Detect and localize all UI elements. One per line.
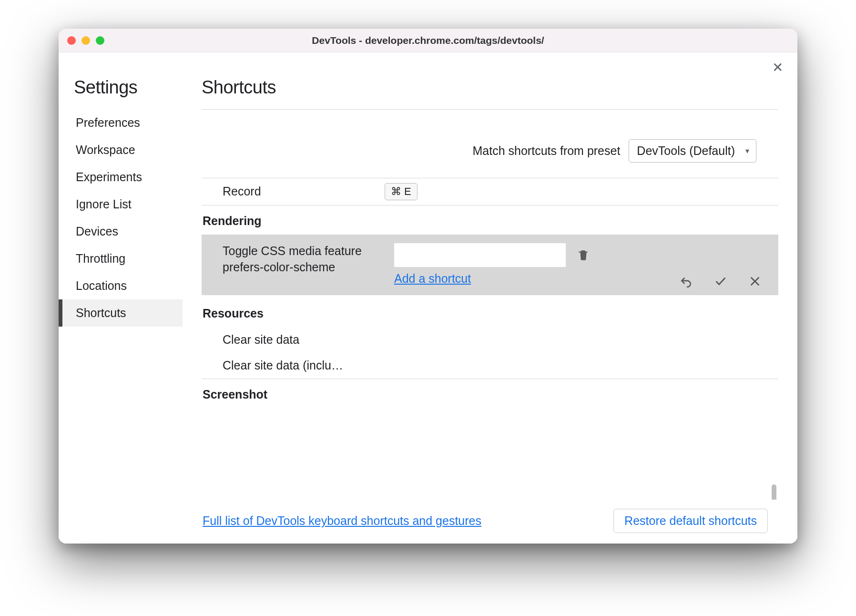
sidebar-item-shortcuts[interactable]: Shortcuts [59, 299, 183, 327]
sidebar: Settings Preferences Workspace Experimen… [59, 52, 183, 544]
section-resources: Resources Clear site data Clear site dat… [202, 295, 778, 379]
sidebar-item-ignore-list[interactable]: Ignore List [59, 191, 183, 218]
preset-select[interactable]: DevTools (Default) [629, 139, 756, 163]
shortcut-key-chip: ⌘ E [385, 183, 418, 200]
devtools-settings-window: DevTools - developer.chrome.com/tags/dev… [59, 29, 797, 544]
restore-defaults-button[interactable]: Restore default shortcuts [613, 509, 768, 533]
cancel-shortcut-button[interactable] [749, 275, 761, 287]
window-minimize-button[interactable] [82, 36, 90, 45]
preset-row: Match shortcuts from preset DevTools (De… [202, 110, 778, 178]
key-letter: E [404, 185, 411, 198]
sidebar-item-workspace[interactable]: Workspace [59, 136, 183, 164]
undo-shortcut-button[interactable] [680, 275, 693, 287]
section-rendering: Rendering Toggle CSS media feature prefe… [202, 205, 778, 295]
confirm-shortcut-button[interactable] [714, 275, 727, 287]
shortcut-label: Record [223, 184, 385, 200]
shortcut-input[interactable] [394, 243, 566, 267]
shortcut-row-record[interactable]: Record ⌘ E [202, 178, 778, 205]
sidebar-item-preferences[interactable]: Preferences [59, 109, 183, 136]
content: ✕ Settings Preferences Workspace Experim… [59, 52, 797, 544]
shortcut-row[interactable]: Clear site data [202, 327, 778, 353]
preset-select-value: DevTools (Default) [637, 144, 735, 157]
sidebar-item-devices[interactable]: Devices [59, 218, 183, 245]
key-modifier: ⌘ [391, 185, 401, 198]
record-row-section: Record ⌘ E [202, 178, 778, 205]
section-screenshot: Screenshot [202, 379, 778, 408]
sidebar-item-locations[interactable]: Locations [59, 272, 183, 299]
traffic-lights [67, 36, 104, 45]
window-title: DevTools - developer.chrome.com/tags/dev… [59, 35, 797, 46]
section-title-screenshot: Screenshot [202, 379, 778, 408]
shortcuts-scroll-area[interactable]: Match shortcuts from preset DevTools (De… [202, 110, 778, 500]
shortcut-label: Toggle CSS media feature prefers-color-s… [223, 243, 385, 276]
scrollbar-thumb[interactable] [772, 484, 776, 500]
window-close-button[interactable] [67, 36, 76, 45]
page-title: Shortcuts [202, 77, 778, 98]
section-title-rendering: Rendering [202, 205, 778, 235]
sidebar-item-experiments[interactable]: Experiments [59, 164, 183, 191]
main-panel: Shortcuts Match shortcuts from preset De… [183, 52, 797, 544]
editing-actions [680, 275, 761, 287]
titlebar: DevTools - developer.chrome.com/tags/dev… [59, 29, 797, 52]
full-shortcuts-list-link[interactable]: Full list of DevTools keyboard shortcuts… [203, 514, 599, 528]
shortcut-label: Clear site data (inclu… [223, 358, 385, 374]
shortcut-label: Clear site data [223, 332, 385, 348]
shortcut-row[interactable]: Clear site data (inclu… [202, 353, 778, 379]
sidebar-title: Settings [74, 77, 183, 98]
sidebar-item-throttling[interactable]: Throttling [59, 245, 183, 272]
section-title-resources: Resources [202, 295, 778, 327]
preset-label: Match shortcuts from preset [473, 144, 621, 158]
footer-row: Full list of DevTools keyboard shortcuts… [202, 500, 778, 544]
delete-shortcut-button[interactable] [577, 249, 590, 261]
window-zoom-button[interactable] [96, 36, 104, 45]
shortcut-row-editing: Toggle CSS media feature prefers-color-s… [202, 235, 778, 295]
add-shortcut-link[interactable]: Add a shortcut [394, 272, 471, 286]
